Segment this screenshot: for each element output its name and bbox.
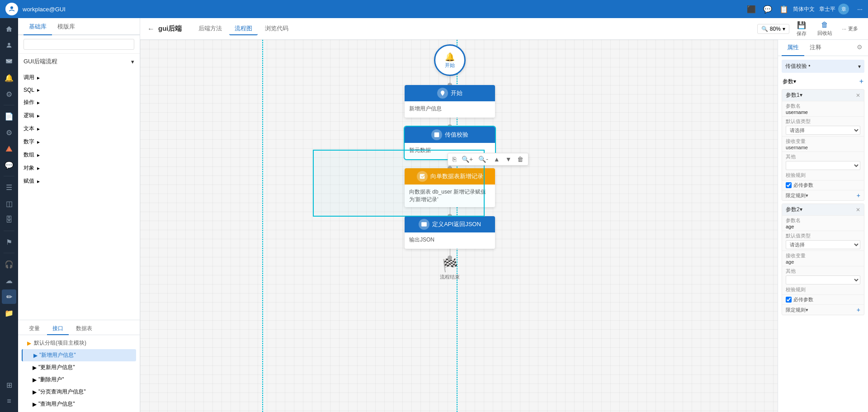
cloud-icon-btn[interactable]: ☁ — [2, 273, 16, 288]
sidebar: 基础库 模版库 GUI后端流程 ▾ 调用 ▸ SQL ▸ 操作 ▸ 逻辑 — [18, 18, 140, 412]
node-start-info[interactable]: 开始 新增用户信息 — [405, 85, 495, 118]
database-icon-btn[interactable]: 🗄 — [2, 213, 16, 227]
param1-validation-select[interactable] — [786, 161, 860, 170]
interface-item-update-user[interactable]: ▶ "更新用户信息" — [22, 361, 136, 374]
tab-comments[interactable]: 注释 — [804, 40, 827, 56]
sidebar-item-text[interactable]: 文本 ▸ — [18, 122, 140, 135]
more-button[interactable]: ··· 更多 — [840, 19, 861, 39]
param2-header[interactable]: 参数2▾ ✕ — [782, 204, 864, 215]
search-input[interactable] — [24, 39, 134, 50]
param2-delete-btn[interactable]: ✕ — [856, 207, 860, 213]
param2-validation-select[interactable] — [786, 275, 860, 284]
sidebar-item-array[interactable]: 数组 ▸ — [18, 148, 140, 161]
param1-required-checkbox[interactable] — [786, 182, 792, 188]
zoom-in-mini-btn[interactable]: 🔍+ — [460, 155, 475, 164]
menu-icon-btn[interactable]: ≡ — [2, 394, 16, 408]
sidebar-item-object[interactable]: 对象 ▸ — [18, 161, 140, 175]
file-icon-btn[interactable]: 📁 — [2, 306, 16, 320]
warning-icon-btn[interactable]: ! — [2, 142, 16, 156]
sidebar-item-call[interactable]: 调用 ▸ — [18, 71, 140, 84]
tab-template-lib[interactable]: 模版库 — [52, 18, 80, 35]
document-icon-btn[interactable]: 📄 — [2, 109, 16, 123]
node-api-json[interactable]: 定义API返回JSON 输出JSON — [405, 216, 495, 249]
folder-default-group[interactable]: ▶ 默认分组(项目主模块) — [22, 337, 136, 349]
back-button[interactable]: ← — [147, 25, 155, 33]
more-options-btn[interactable]: ··· — [857, 5, 863, 13]
section-arrow: ▾ — [131, 58, 134, 65]
canvas-area[interactable]: ⎘ 🔍+ 🔍- ▲ ▼ 🗑 — [140, 40, 778, 412]
chat2-icon-btn[interactable]: 💬 — [2, 158, 16, 172]
tab-datatable[interactable]: 数据表 — [71, 323, 98, 335]
tab-variable[interactable]: 变量 — [24, 323, 45, 335]
tab-flowchart[interactable]: 流程图 — [229, 23, 258, 35]
main-toolbar: ← gui后端 后端方法 流程图 浏览代码 🔍 80% ▾ 💾 保存 🗑 — [140, 18, 868, 40]
settings2-icon-btn[interactable]: ⚙ — [2, 125, 16, 140]
notification-icon-btn[interactable]: 🔔 — [2, 71, 16, 85]
message-icon-btn[interactable] — [2, 54, 16, 69]
docs-icon[interactable]: 📋 — [779, 5, 788, 14]
avatar[interactable]: 章 — [838, 4, 849, 14]
params-add-btn[interactable]: + — [859, 77, 863, 85]
tab-interface[interactable]: 接口 — [47, 323, 69, 335]
grid-icon-btn[interactable]: ⊞ — [2, 378, 16, 392]
list-icon-btn[interactable]: ☰ — [2, 180, 16, 194]
node-insert[interactable]: 向单数据表新增记录 向数据表 db_user 新增记录赋值为'新增记录' — [405, 168, 495, 207]
start-node[interactable]: 🔔 开始 — [434, 44, 466, 76]
flag-icon-btn[interactable]: ⚑ — [2, 235, 16, 249]
param2-limit-label[interactable]: 限定规则▾ — [786, 307, 808, 313]
param1-limit-add[interactable]: + — [857, 192, 860, 199]
language-selector[interactable]: 简体中文 — [793, 5, 815, 13]
zoom-control[interactable]: 🔍 80% ▾ — [757, 24, 789, 34]
section-title-header[interactable]: 传值校验 • ▾ — [782, 60, 864, 73]
section-gui-backend[interactable]: GUI后端流程 ▾ — [18, 54, 140, 69]
pen-icon-btn[interactable]: ✏ — [2, 289, 16, 304]
home-icon-btn[interactable] — [2, 22, 16, 36]
sidebar-item-number[interactable]: 数字 ▸ — [18, 135, 140, 148]
save-button[interactable]: 💾 保存 — [793, 19, 810, 39]
tab-backend-method[interactable]: 后端方法 — [193, 23, 227, 35]
param1-limit-label[interactable]: 限定规则▾ — [786, 192, 808, 199]
sidebar-item-logic[interactable]: 逻辑 ▸ — [18, 109, 140, 122]
right-panel-settings-icon[interactable]: ⚙ — [855, 40, 864, 56]
param1-other-row: 其他 校验规则 — [782, 152, 864, 180]
interface-item-delete-user[interactable]: ▶ "删除用户" — [22, 374, 136, 386]
item-arrow: ▶ — [33, 352, 38, 359]
param1-header[interactable]: 参数1▾ ✕ — [782, 90, 864, 101]
tab-properties[interactable]: 属性 — [782, 40, 804, 56]
text-label: 文本 — [24, 125, 34, 133]
params-label[interactable]: 参数▾ — [783, 78, 796, 85]
tab-basic-lib[interactable]: 基础库 — [24, 18, 52, 35]
connector-1 — [450, 76, 450, 85]
interface-item-query-user[interactable]: ▶ "查询用户信息" — [22, 398, 136, 410]
layers-icon-btn[interactable]: ◫ — [2, 196, 16, 211]
down-mini-btn[interactable]: ▼ — [504, 155, 514, 164]
zoom-out-mini-btn[interactable]: 🔍- — [476, 155, 490, 164]
interface-item-add-user[interactable]: ▶ "新增用户信息" — [22, 349, 136, 361]
user-icon-btn[interactable] — [2, 38, 16, 52]
bottom-panel: 变量 接口 数据表 ▶ 默认分组(项目主模块) ▶ "新增用户信息" ▶ "更新… — [18, 320, 140, 412]
copy-mini-btn[interactable]: ⎘ — [451, 155, 458, 164]
sidebar-item-assign[interactable]: 赋值 ▸ — [18, 175, 140, 188]
interface-item-page-query[interactable]: ▶ "分页查询用户信息" — [22, 386, 136, 398]
sidebar-item-sql[interactable]: SQL ▸ — [18, 84, 140, 96]
param2-default-type-select[interactable]: 请选择 — [786, 240, 860, 249]
up-mini-btn[interactable]: ▲ — [492, 155, 502, 164]
sidebar-item-operation[interactable]: 操作 ▸ — [18, 96, 140, 109]
param1-default-type-select[interactable]: 请选择 — [786, 126, 860, 135]
param1-required-checkbox-label[interactable]: 必传参数 — [786, 182, 860, 189]
bottom-tabs: 变量 接口 数据表 — [18, 320, 140, 335]
user-area: 章士平 章 — [819, 4, 849, 14]
monitor-icon[interactable]: ⬛ — [747, 5, 756, 14]
param2-limit-add[interactable]: + — [857, 306, 860, 313]
recycle-button[interactable]: 🗑 回收站 — [814, 19, 836, 39]
tab-browse-code[interactable]: 浏览代码 — [259, 23, 294, 35]
chat-icon[interactable]: 💬 — [763, 5, 772, 14]
node1-header-label: 开始 — [451, 89, 462, 97]
param2-required-checkbox-label[interactable]: 必传参数 — [786, 296, 860, 303]
settings-icon-btn[interactable]: ⚙ — [2, 87, 16, 101]
headphone-icon-btn[interactable]: 🎧 — [2, 257, 16, 271]
delete-mini-btn[interactable]: 🗑 — [515, 155, 525, 164]
param2-required-checkbox[interactable] — [786, 297, 792, 303]
param1-delete-btn[interactable]: ✕ — [856, 92, 860, 99]
item-label3: "删除用户" — [38, 376, 64, 384]
